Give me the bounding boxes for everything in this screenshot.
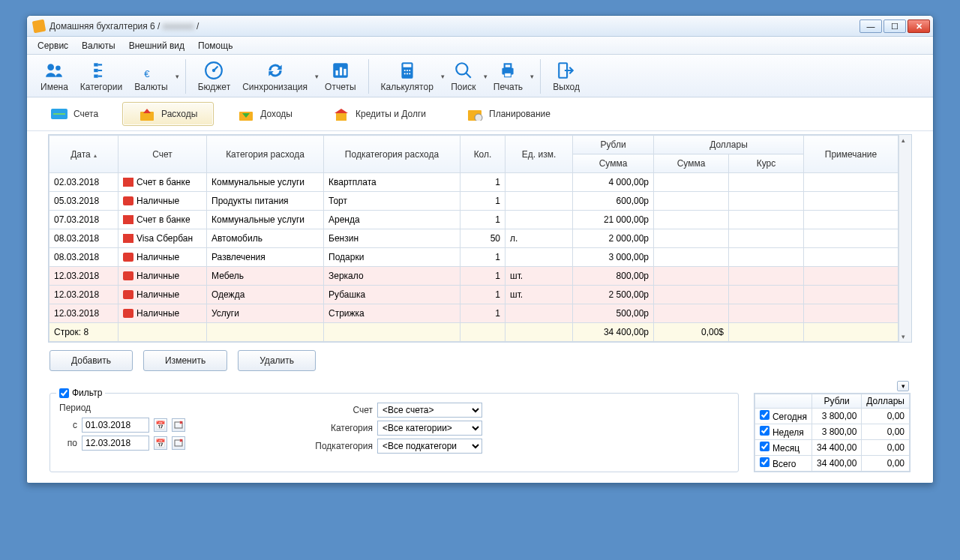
summary-check[interactable]: [760, 442, 770, 451]
printer-icon: [498, 61, 518, 80]
sync-icon: [266, 61, 285, 80]
svg-point-18: [406, 73, 408, 74]
cash-icon: [123, 309, 134, 318]
svg-rect-10: [340, 67, 342, 76]
summary-check[interactable]: [760, 457, 770, 467]
minimize-button[interactable]: —: [860, 19, 882, 33]
tb-categories[interactable]: Категории: [74, 59, 128, 94]
tb-calc[interactable]: Калькулятор: [375, 59, 440, 94]
table-row[interactable]: 08.03.2018Visa СбербанАвтомобильБензин50…: [50, 229, 898, 248]
tb-print-dropdown[interactable]: ▾: [529, 73, 534, 80]
summary-row: Месяц34 400,000,00: [754, 440, 909, 456]
svg-point-19: [409, 73, 410, 74]
table-row[interactable]: 02.03.2018Счет в банкеКоммунальные услуг…: [50, 173, 898, 192]
col-unit[interactable]: Ед. изм.: [506, 136, 573, 173]
app-window: Домашняя бухгалтерия 6 / xxxxxxx / — ☐ ✕…: [26, 15, 934, 484]
col-category[interactable]: Категория расхода: [207, 136, 324, 173]
table-row[interactable]: 12.03.2018НаличныеМебельЗеркало1шт.800,0…: [50, 267, 898, 286]
col-note[interactable]: Примечание: [804, 136, 898, 173]
tab-credits[interactable]: Кредиты и Долги: [316, 102, 442, 126]
users-icon: [44, 61, 64, 80]
svg-point-0: [48, 64, 55, 70]
cash-icon: [123, 196, 134, 205]
filter-account-select[interactable]: <Все счета>: [377, 403, 482, 418]
col-account[interactable]: Счет: [118, 136, 207, 173]
svg-point-14: [404, 70, 405, 71]
summary-check[interactable]: [760, 426, 770, 436]
table-row[interactable]: 07.03.2018Счет в банкеКоммунальные услуг…: [50, 211, 898, 229]
tab-planning[interactable]: Планирование: [450, 102, 567, 126]
close-button[interactable]: ✕: [908, 19, 930, 33]
col-qty[interactable]: Кол.: [460, 136, 506, 173]
date-from-input[interactable]: [82, 418, 149, 433]
date-to-picker[interactable]: 📅: [154, 436, 167, 450]
col-subcategory[interactable]: Подкатегория расхода: [324, 136, 460, 173]
svg-rect-9: [335, 70, 338, 76]
col-usd-rate[interactable]: Курс: [729, 154, 804, 173]
tb-search[interactable]: Поиск: [445, 59, 482, 94]
tb-sync[interactable]: Синхронизация: [236, 59, 314, 94]
grid-footer: Строк: 8 34 400,00р 0,00$: [50, 323, 898, 342]
svg-rect-3: [94, 69, 98, 72]
from-label: с: [59, 420, 77, 430]
summary-row: Всего34 400,000,00: [754, 456, 909, 472]
tab-income[interactable]: Доходы: [221, 102, 309, 126]
tab-accounts[interactable]: Счета: [34, 102, 115, 126]
date-from-clear[interactable]: [172, 418, 185, 432]
titlebar: Домашняя бухгалтерия 6 / xxxxxxx / — ☐ ✕: [27, 16, 933, 37]
maximize-button[interactable]: ☐: [884, 19, 906, 33]
menu-service[interactable]: Сервис: [32, 38, 74, 53]
col-usd[interactable]: Доллары: [654, 136, 804, 154]
svg-point-7: [212, 69, 215, 72]
col-usd-sum[interactable]: Сумма: [654, 154, 729, 173]
filter-category-select[interactable]: <Все категории>: [377, 421, 482, 436]
tb-print[interactable]: Печать: [488, 59, 529, 94]
svg-rect-22: [505, 64, 512, 67]
collapse-toggle[interactable]: ▾: [897, 381, 909, 391]
menu-currencies[interactable]: Валюты: [76, 38, 122, 53]
svg-point-16: [409, 70, 410, 71]
table-row[interactable]: 08.03.2018НаличныеРазвлеченияПодарки13 0…: [50, 248, 898, 267]
euro-icon: €: [141, 61, 160, 80]
date-to-clear[interactable]: [172, 436, 185, 450]
table-row[interactable]: 12.03.2018НаличныеОдеждаРубашка1шт.2 500…: [50, 286, 898, 304]
app-icon: [32, 19, 46, 33]
tb-search-dropdown[interactable]: ▾: [482, 73, 488, 80]
menu-view[interactable]: Внешний вид: [123, 38, 190, 53]
table-row[interactable]: 12.03.2018НаличныеУслугиСтрижка1500,00р: [50, 304, 898, 323]
col-rub-sum[interactable]: Сумма: [573, 154, 654, 173]
filter-checkbox[interactable]: [59, 388, 69, 398]
accounts-icon: [51, 106, 68, 121]
summary-row: Сегодня3 800,000,00: [754, 409, 909, 424]
card-icon: [123, 234, 134, 243]
tb-calc-dropdown[interactable]: ▾: [440, 73, 445, 80]
sort-asc-icon: ▴: [94, 152, 97, 159]
tb-currencies[interactable]: €Валюты: [128, 59, 174, 94]
action-buttons: Добавить Изменить Удалить: [48, 343, 912, 379]
tb-names[interactable]: Имена: [34, 59, 74, 94]
date-to-input[interactable]: [82, 436, 149, 451]
table-row[interactable]: 05.03.2018НаличныеПродукты питанияТорт16…: [50, 192, 898, 211]
svg-rect-13: [403, 64, 411, 67]
edit-button[interactable]: Изменить: [143, 350, 227, 371]
col-date[interactable]: Дата▴: [50, 136, 118, 173]
col-rub[interactable]: Рубли: [573, 136, 654, 154]
tb-currencies-dropdown[interactable]: ▾: [174, 73, 179, 80]
tb-exit[interactable]: Выход: [547, 59, 586, 94]
add-button[interactable]: Добавить: [50, 350, 133, 371]
svg-point-1: [56, 66, 62, 71]
summary-check[interactable]: [760, 410, 770, 420]
grid-scrollbar[interactable]: [898, 135, 911, 342]
delete-button[interactable]: Удалить: [238, 350, 316, 371]
filter-subcategory-select[interactable]: <Все подкатегори: [377, 439, 482, 454]
svg-rect-26: [53, 113, 65, 115]
tb-reports[interactable]: Отчеты: [319, 59, 362, 94]
date-from-picker[interactable]: 📅: [154, 418, 167, 432]
tab-expenses[interactable]: Расходы: [122, 102, 214, 126]
tabbar: Счета Расходы Доходы Кредиты и Долги Пла…: [27, 97, 933, 131]
menu-help[interactable]: Помощь: [192, 38, 238, 53]
tb-budget[interactable]: Бюджет: [192, 59, 236, 94]
svg-point-15: [406, 70, 408, 71]
expenses-icon: [139, 106, 155, 121]
tb-sync-dropdown[interactable]: ▾: [314, 73, 319, 80]
